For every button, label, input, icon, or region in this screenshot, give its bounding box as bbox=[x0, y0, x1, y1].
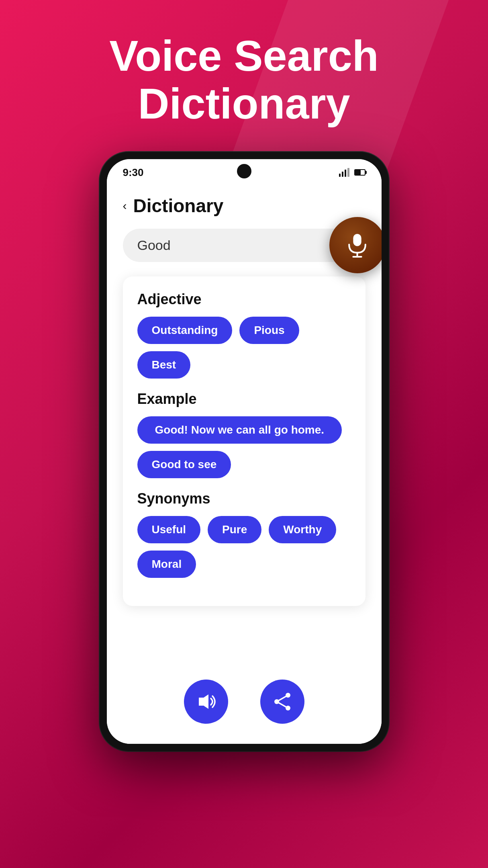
headline-line1: Voice Search bbox=[109, 32, 378, 80]
bottom-action-bar bbox=[107, 665, 382, 744]
results-card: Adjective Outstanding Pious Best Example… bbox=[123, 276, 365, 606]
sound-button[interactable] bbox=[184, 680, 228, 724]
back-button[interactable]: ‹ bbox=[123, 199, 127, 213]
tag-pious[interactable]: Pious bbox=[239, 317, 299, 344]
app-header: ‹ Dictionary bbox=[123, 195, 365, 217]
tag-example1[interactable]: Good! Now we can all go home. bbox=[137, 416, 342, 444]
mic-button[interactable] bbox=[329, 217, 382, 273]
example-section-title: Example bbox=[137, 391, 351, 407]
share-button[interactable] bbox=[260, 680, 304, 724]
svg-line-7 bbox=[277, 695, 288, 702]
app-headline: Voice Search Dictionary bbox=[109, 32, 378, 128]
sound-icon bbox=[196, 691, 216, 712]
tag-worthy[interactable]: Worthy bbox=[269, 516, 336, 543]
tag-outstanding[interactable]: Outstanding bbox=[137, 317, 233, 344]
tag-moral[interactable]: Moral bbox=[137, 551, 196, 578]
share-icon bbox=[272, 691, 293, 712]
svg-marker-3 bbox=[199, 694, 208, 709]
phone-shell: 9:30 ‹ bbox=[100, 152, 389, 751]
headline-line2: Dictionary bbox=[109, 80, 378, 128]
example-tags: Good! Now we can all go home. Good to se… bbox=[137, 416, 351, 478]
app-content: ‹ Dictionary bbox=[107, 183, 382, 665]
mic-icon bbox=[344, 232, 370, 258]
adjective-section-title: Adjective bbox=[137, 291, 351, 308]
svg-rect-0 bbox=[353, 234, 361, 246]
synonyms-section-title: Synonyms bbox=[137, 490, 351, 507]
tag-example2[interactable]: Good to see bbox=[137, 451, 231, 478]
camera-notch bbox=[237, 164, 251, 178]
app-title: Dictionary bbox=[133, 195, 224, 217]
phone-screen: 9:30 ‹ bbox=[107, 159, 382, 744]
adjective-tags: Outstanding Pious Best bbox=[137, 317, 351, 379]
status-time: 9:30 bbox=[123, 166, 144, 179]
tag-useful[interactable]: Useful bbox=[137, 516, 201, 543]
status-bar: 9:30 bbox=[107, 159, 382, 183]
status-icons bbox=[339, 168, 365, 177]
battery-icon bbox=[354, 169, 365, 176]
phone-mockup: 9:30 ‹ bbox=[100, 152, 389, 751]
tag-best[interactable]: Best bbox=[137, 351, 191, 379]
tag-pure[interactable]: Pure bbox=[208, 516, 261, 543]
signal-icon bbox=[339, 168, 349, 177]
battery-fill bbox=[355, 170, 361, 175]
svg-line-8 bbox=[277, 702, 288, 708]
synonyms-tags: Useful Pure Worthy Moral bbox=[137, 516, 351, 578]
search-wrapper bbox=[123, 229, 365, 262]
